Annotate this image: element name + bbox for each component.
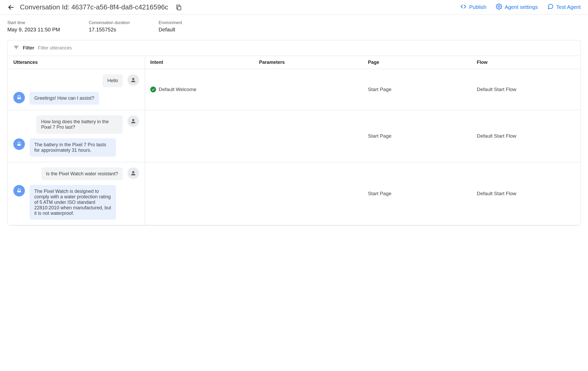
page-cell: Start Page (363, 187, 472, 200)
test-agent-button[interactable]: Test Agent (547, 3, 581, 11)
publish-label: Publish (469, 4, 486, 10)
duration-label: Conversation duration (89, 20, 130, 25)
turn-utterances[interactable]: Is the Pixel Watch water resistant?The P… (8, 162, 145, 225)
user-utterance: How long does the battery in the Pixel 7… (36, 115, 123, 134)
svg-point-2 (498, 6, 500, 7)
start-time-value: May 9, 2023 11:50 PM (7, 27, 60, 33)
svg-rect-8 (17, 191, 21, 192)
intent-cell: Default Welcome (145, 83, 254, 96)
flow-cell: Default Start Flow (471, 83, 580, 96)
intent-cell (145, 190, 254, 197)
turn-details[interactable]: Start PageDefault Start Flow (145, 162, 580, 225)
environment-value: Default (159, 27, 182, 33)
col-flow: Flow (471, 56, 580, 69)
agent-settings-button[interactable]: Agent settings (496, 3, 538, 11)
agent-avatar-icon (13, 185, 25, 196)
agent-settings-label: Agent settings (505, 4, 538, 10)
flow-cell: Default Start Flow (471, 187, 580, 200)
filter-input[interactable] (38, 45, 575, 51)
turn-details[interactable]: Default WelcomeStart PageDefault Start F… (145, 69, 580, 110)
user-utterance: Hello (103, 74, 123, 87)
intent-value: Default Welcome (159, 87, 196, 92)
turn-details[interactable]: Start PageDefault Start Flow (145, 110, 580, 162)
svg-point-7 (132, 171, 134, 173)
col-parameters: Parameters (254, 56, 363, 69)
filter-label: Filter (23, 45, 34, 51)
parameters-cell (254, 86, 363, 93)
page-title: Conversation Id: 46377c-a56-8f4-da8-c421… (20, 3, 168, 11)
agent-utterance: The battery in the Pixel 7 Pro lasts for… (30, 138, 116, 157)
meta-duration: Conversation duration 17.155752s (89, 20, 130, 33)
col-utterances: Utterances (8, 56, 145, 69)
user-avatar-icon (127, 167, 139, 179)
svg-rect-4 (17, 98, 21, 99)
page-cell: Start Page (363, 83, 472, 96)
copy-id-button[interactable] (175, 4, 182, 11)
page-cell: Start Page (363, 130, 472, 143)
parameters-cell (254, 132, 363, 140)
svg-point-3 (132, 78, 134, 80)
intent-cell (145, 132, 254, 140)
gear-icon (496, 3, 502, 11)
filter-icon (13, 44, 19, 52)
col-page: Page (363, 56, 472, 69)
flow-cell: Default Start Flow (471, 130, 580, 143)
duration-value: 17.155752s (89, 27, 130, 33)
turn-utterances[interactable]: HelloGreetings! How can I assist? (8, 69, 145, 110)
turn-utterances[interactable]: How long does the battery in the Pixel 7… (8, 110, 145, 162)
meta-environment: Environment Default (159, 20, 182, 33)
meta-start-time: Start time May 9, 2023 11:50 PM (7, 20, 60, 33)
environment-label: Environment (159, 20, 182, 25)
svg-rect-1 (178, 6, 181, 10)
test-agent-label: Test Agent (556, 4, 581, 10)
parameters-cell (254, 190, 363, 197)
agent-utterance: The Pixel Watch is designed to comply wi… (30, 185, 116, 220)
agent-utterance: Greetings! How can I assist? (30, 92, 99, 105)
user-avatar-icon (127, 74, 139, 86)
agent-avatar-icon (13, 92, 25, 103)
svg-point-5 (132, 119, 134, 121)
intent-match-check-icon (150, 87, 156, 92)
svg-rect-6 (17, 144, 21, 146)
back-button[interactable] (7, 4, 15, 11)
user-avatar-icon (127, 115, 139, 127)
user-utterance: Is the Pixel Watch water resistant? (41, 167, 123, 180)
col-intent: Intent (145, 56, 254, 69)
code-icon (460, 3, 467, 11)
chat-icon (547, 3, 554, 11)
start-time-label: Start time (7, 20, 60, 25)
agent-avatar-icon (13, 138, 25, 150)
publish-button[interactable]: Publish (460, 3, 486, 11)
